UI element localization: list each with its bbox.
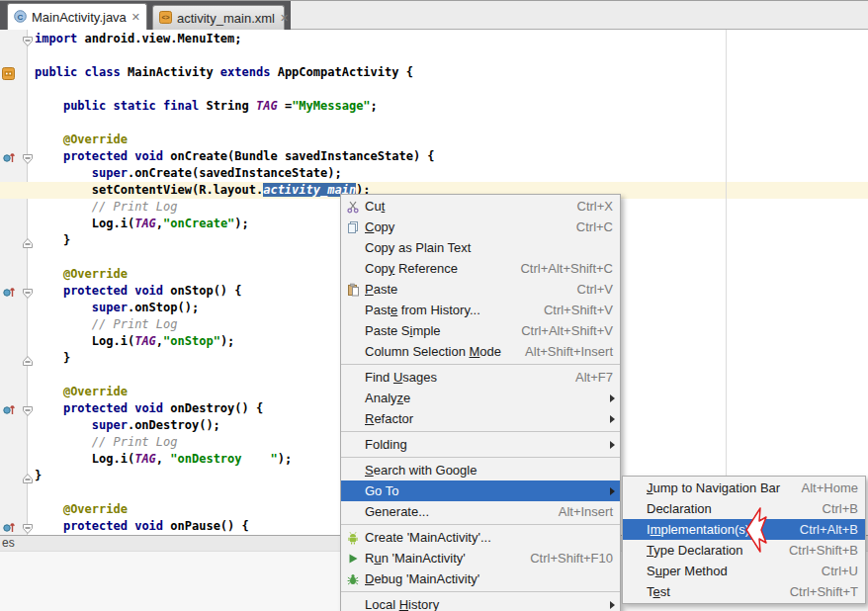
menu-item-copy-as-plain-text[interactable]: Copy as Plain Text [341,237,620,258]
menu-item-shortcut: Ctrl+B [823,501,865,516]
copy-icon [341,220,365,234]
menu-item-shortcut: Ctrl+Alt+Shift+V [521,323,620,338]
debug-icon [341,572,365,586]
menu-item-shortcut: Ctrl+U [822,564,865,578]
menu-item-paste-from-history[interactable]: Paste from History...Ctrl+Shift+V [341,300,620,320]
fold-down-icon[interactable] [22,403,34,421]
menu-item-folding[interactable]: Folding [341,434,620,455]
menu-item-label: Find Usages [365,370,437,385]
menu-item-label: Implementation(s) [647,522,749,537]
menu-item-super-method[interactable]: Super MethodCtrl+U [623,561,865,581]
menu-item-paste-simple[interactable]: Paste SimpleCtrl+Alt+Shift+V [341,320,620,341]
menu-item-label: Refactor [365,411,413,426]
menu-item-shortcut: Ctrl+Shift+F10 [530,551,620,566]
paste-icon [341,283,365,297]
menu-item-copy-reference[interactable]: Copy ReferenceCtrl+Alt+Shift+C [341,258,620,279]
close-icon[interactable]: ✕ [280,13,289,24]
menu-item-label: Super Method [647,564,728,578]
code-line[interactable]: protected void onCreate(Bundle savedInst… [0,148,868,165]
menu-item-label: Jump to Navigation Bar [647,480,780,495]
menu-item-paste[interactable]: PasteCtrl+V [341,279,620,300]
fold-up-icon[interactable] [22,471,34,488]
code-line[interactable] [0,81,868,98]
fold-up-icon[interactable] [22,353,34,371]
menu-separator [341,364,620,365]
menu-item-find-usages[interactable]: Find UsagesAlt+F7 [341,367,620,388]
menu-item-search-with-google[interactable]: Search with Google [341,460,620,480]
tab-label: MainActivity.java [32,10,127,25]
menu-item-copy[interactable]: CopyCtrl+C [341,217,620,237]
ide-window: C MainActivity.java ✕ <> activity_main.x… [0,0,868,611]
code-line[interactable] [0,115,868,131]
submenu-arrow-icon [610,415,615,423]
menu-item-shortcut: Alt+Shift+Insert [525,344,620,359]
submenu-arrow-icon [610,394,615,402]
tab-mainactivity-java[interactable]: C MainActivity.java ✕ [7,3,147,31]
menu-item-label: Copy [365,219,394,234]
code-line[interactable]: public static final String TAG ="MyMessa… [0,98,868,115]
code-line[interactable]: @Override [0,131,868,148]
menu-item-label: Create 'MainActivity'... [365,530,491,545]
menu-item-shortcut: Alt+Home [802,480,865,495]
tool-window-label: es [2,536,15,550]
menu-item-shortcut: Ctrl+Shift+T [790,584,865,599]
xml-file-icon: <> [159,11,172,27]
menu-item-shortcut: Alt+F7 [575,370,620,385]
menu-item-jump-to-navigation-bar[interactable]: Jump to Navigation BarAlt+Home [623,478,865,498]
menu-item-column-selection-mode[interactable]: Column Selection ModeAlt+Shift+Insert [341,341,620,362]
run-icon [341,552,365,566]
menu-item-local-history[interactable]: Local History [341,594,620,611]
java-class-icon: C [14,10,27,26]
menu-item-shortcut: Alt+Insert [559,504,620,519]
menu-item-label: Search with Google [365,463,477,478]
menu-item-analyze[interactable]: Analyze [341,388,620,408]
submenu-arrow-icon [610,601,615,609]
menu-item-run-mainactivity[interactable]: Run 'MainActivity'Ctrl+Shift+F10 [341,548,620,568]
fold-down-icon[interactable] [22,151,34,169]
code-line[interactable] [0,47,868,64]
overriding-method-icon[interactable] [2,284,16,304]
menu-item-label: Paste Simple [365,323,441,338]
code-line[interactable]: super.onCreate(savedInstanceState); [0,165,868,182]
menu-item-refactor[interactable]: Refactor [341,408,620,429]
menu-item-label: Copy as Plain Text [365,240,471,255]
fold-down-icon[interactable] [22,286,34,304]
code-line[interactable]: import android.view.MenuItem; [0,31,868,47]
menu-item-label: Paste [365,282,397,297]
menu-item-label: Local History [365,597,439,611]
close-icon[interactable]: ✕ [131,12,140,23]
android-component-icon[interactable] [2,66,15,84]
svg-text:<>: <> [161,14,169,21]
menu-item-create-mainactivity[interactable]: Create 'MainActivity'... [341,527,620,548]
submenu-arrow-icon [610,487,615,495]
submenu-arrow-icon [610,441,615,449]
menu-item-declaration[interactable]: DeclarationCtrl+B [623,498,865,519]
menu-item-shortcut: Ctrl+V [577,282,620,297]
menu-item-label: Generate... [365,504,429,519]
menu-item-shortcut: Ctrl+Alt+B [800,522,865,537]
goto-submenu: Jump to Navigation BarAlt+HomeDeclaratio… [622,476,866,604]
menu-item-shortcut: Ctrl+X [577,199,620,214]
menu-item-label: Type Declaration [647,543,743,558]
fold-up-icon[interactable] [22,235,34,253]
cut-icon [341,200,365,214]
overriding-method-icon[interactable] [2,149,16,169]
menu-item-generate[interactable]: Generate...Alt+Insert [341,501,620,522]
menu-item-test[interactable]: TestCtrl+Shift+T [623,581,865,602]
menu-item-go-to[interactable]: Go To [341,480,620,501]
menu-item-shortcut: Ctrl+Alt+Shift+C [520,261,620,276]
overriding-method-icon[interactable] [2,401,16,421]
menu-item-label: Analyze [365,391,410,405]
fold-down-icon[interactable] [22,34,34,51]
menu-item-label: Declaration [647,501,712,516]
menu-item-cut[interactable]: CutCtrl+X [341,196,620,217]
tab-activity-main-xml[interactable]: <> activity_main.xml ✕ [152,5,285,31]
code-line[interactable]: public class MainActivity extends AppCom… [0,64,868,81]
editor-context-menu: CutCtrl+XCopyCtrl+CCopy as Plain TextCop… [340,194,621,611]
menu-item-implementation-s[interactable]: Implementation(s)Ctrl+Alt+B [623,519,865,540]
svg-text:C: C [18,12,24,21]
android-icon [341,531,365,545]
menu-item-debug-mainactivity[interactable]: Debug 'MainActivity' [341,568,620,589]
menu-item-type-declaration[interactable]: Type DeclarationCtrl+Shift+B [623,540,865,561]
menu-separator [341,591,620,592]
